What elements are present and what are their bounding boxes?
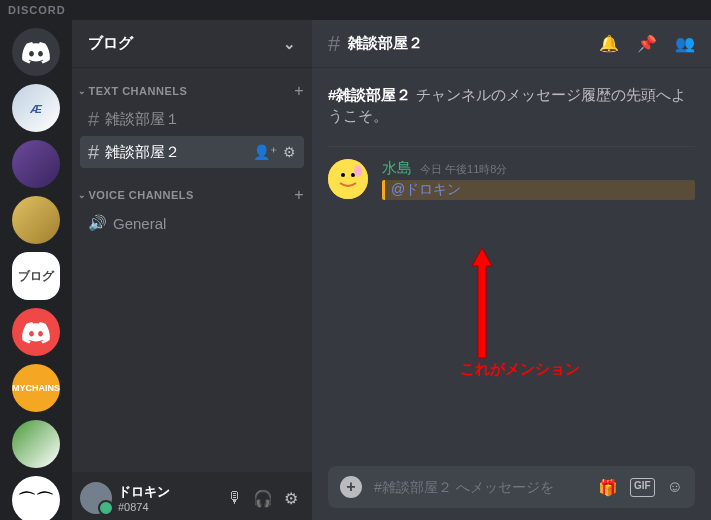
- message-input[interactable]: [374, 479, 586, 495]
- deafen-icon[interactable]: 🎧: [250, 485, 276, 511]
- add-attachment-button[interactable]: +: [340, 476, 362, 498]
- speaker-icon: 🔊: [88, 214, 107, 232]
- category-voice-channels[interactable]: ⌄ VOICE CHANNELS +: [72, 180, 312, 206]
- message: 水島 今日 午後11時8分 @ドロキン これがメンション: [328, 159, 695, 200]
- gear-icon[interactable]: ⚙: [283, 144, 296, 160]
- svg-marker-5: [472, 248, 492, 358]
- emoji-icon[interactable]: ☺: [667, 478, 683, 497]
- server-item-selected[interactable]: ブログ: [12, 252, 60, 300]
- server-item[interactable]: [12, 308, 60, 356]
- server-item[interactable]: MYCHAINS: [12, 364, 60, 412]
- user-tag: #0874: [118, 501, 216, 513]
- svg-text:Æ: Æ: [29, 102, 42, 115]
- add-channel-icon[interactable]: +: [294, 186, 304, 204]
- chat-messages[interactable]: #雑談部屋２ チャンネルのメッセージ履歴の先頭へようこそ。 水島 今日 午後11…: [312, 68, 711, 466]
- divider: [328, 146, 695, 147]
- user-panel: ドロキン #0874 🎙 🎧 ⚙: [72, 472, 312, 520]
- annotation-arrow: [462, 248, 502, 368]
- chat-area: # 雑談部屋２ 🔔 📌 👥 #雑談部屋２ チャンネルのメッセージ履歴の先頭へよう…: [312, 20, 711, 520]
- svg-point-2: [341, 173, 345, 177]
- text-channel-item[interactable]: # 雑談部屋１: [80, 103, 304, 135]
- gift-icon[interactable]: 🎁: [598, 478, 618, 497]
- server-item[interactable]: ⌒⌒: [12, 476, 60, 520]
- channel-title: 雑談部屋２: [348, 34, 423, 53]
- caret-down-icon: ⌄: [78, 86, 87, 96]
- chat-header: # 雑談部屋２ 🔔 📌 👥: [312, 20, 711, 68]
- add-channel-icon[interactable]: +: [294, 82, 304, 100]
- svg-point-1: [328, 159, 368, 199]
- hash-icon: #: [88, 141, 99, 164]
- message-timestamp: 今日 午後11時8分: [420, 162, 507, 177]
- mention-pill[interactable]: @ドロキン: [382, 180, 695, 200]
- message-avatar[interactable]: [328, 159, 368, 199]
- message-input-bar: + 🎁 GIF ☺: [328, 466, 695, 508]
- server-name: ブログ: [88, 34, 133, 53]
- server-header[interactable]: ブログ ⌄: [72, 20, 312, 68]
- gif-button[interactable]: GIF: [630, 478, 655, 497]
- svg-point-4: [354, 165, 362, 177]
- server-item[interactable]: Æ: [12, 84, 60, 132]
- channel-sidebar: ブログ ⌄ ⌄ TEXT CHANNELS + # 雑談部屋１ # 雑談部屋２: [72, 20, 312, 520]
- members-icon[interactable]: 👥: [675, 34, 695, 53]
- invite-icon[interactable]: 👤⁺: [253, 144, 277, 160]
- discord-logo-icon: [22, 318, 50, 346]
- hash-icon: #: [88, 108, 99, 131]
- settings-icon[interactable]: ⚙: [278, 485, 304, 511]
- titlebar: DISCORD: [0, 0, 711, 20]
- user-name: ドロキン: [118, 483, 216, 501]
- voice-channel-item[interactable]: 🔊 General: [80, 207, 304, 239]
- server-item[interactable]: [12, 420, 60, 468]
- message-author[interactable]: 水島: [382, 159, 412, 178]
- server-item[interactable]: [12, 140, 60, 188]
- welcome-message: #雑談部屋２ チャンネルのメッセージ履歴の先頭へようこそ。: [328, 84, 695, 126]
- hash-icon: #: [328, 31, 340, 57]
- discord-logo-icon: [22, 38, 50, 66]
- user-avatar[interactable]: [80, 482, 112, 514]
- home-button[interactable]: [12, 28, 60, 76]
- server-item[interactable]: [12, 196, 60, 244]
- text-channel-item-active[interactable]: # 雑談部屋２ 👤⁺ ⚙: [80, 136, 304, 168]
- caret-down-icon: ⌄: [78, 190, 87, 200]
- pin-icon[interactable]: 📌: [637, 34, 657, 53]
- mute-icon[interactable]: 🎙: [222, 485, 248, 511]
- chevron-down-icon: ⌄: [283, 35, 296, 53]
- annotation-label: これがメンション: [460, 360, 580, 379]
- server-sidebar: Æ ブログ MYCHAINS ⌒⌒: [0, 20, 72, 520]
- category-text-channels[interactable]: ⌄ TEXT CHANNELS +: [72, 76, 312, 102]
- bell-icon[interactable]: 🔔: [599, 34, 619, 53]
